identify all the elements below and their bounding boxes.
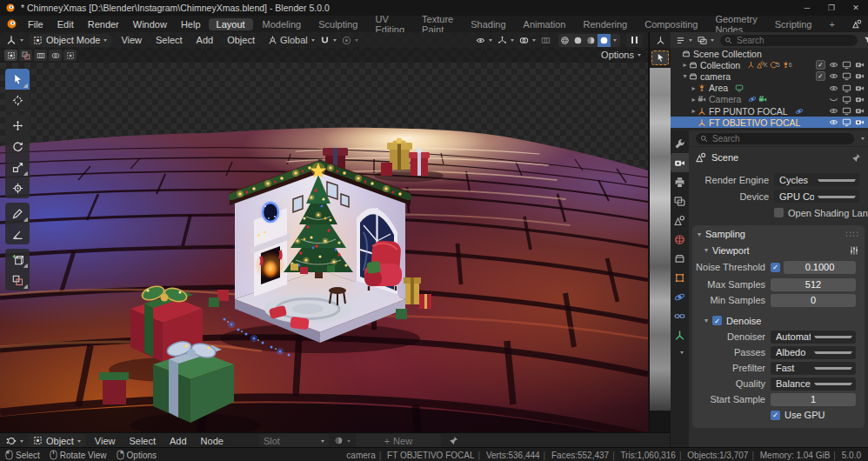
properties-tab-render[interactable] xyxy=(671,153,689,172)
tabs-overflow-chevron[interactable] xyxy=(680,351,684,356)
snap-toggle[interactable] xyxy=(317,34,339,47)
device-dropdown[interactable]: GPU Compute xyxy=(774,190,859,203)
presets-sliders-icon[interactable] xyxy=(849,245,859,256)
secondary-active-tool[interactable] xyxy=(651,50,669,65)
workspace-tab-animation[interactable]: Animation xyxy=(516,18,574,30)
viewport-3d[interactable]: Object Mode View Select Add Object Globa… xyxy=(0,32,648,432)
properties-tab-physics[interactable] xyxy=(671,287,689,306)
outliner-editor-type-button[interactable] xyxy=(673,34,695,47)
disable-viewport-icon[interactable] xyxy=(842,117,851,127)
overlays-toggle[interactable] xyxy=(517,34,538,47)
select-mode-extend-button[interactable] xyxy=(19,50,32,61)
hide-eye-icon[interactable] xyxy=(829,60,838,70)
workspace-tab-compositing[interactable]: Compositing xyxy=(637,18,705,30)
panel-grip-icon[interactable]: ∷∷ xyxy=(845,229,859,240)
outliner-row-camera[interactable]: ▸ Camera xyxy=(671,94,868,105)
workspace-tab-layout[interactable]: Layout xyxy=(209,18,253,30)
scene-selector[interactable]: Scene ✕ xyxy=(852,18,868,30)
workspace-tab-rendering[interactable]: Rendering xyxy=(575,18,635,30)
use-gpu-checkbox[interactable]: ✓ xyxy=(771,411,780,420)
outliner-row-area[interactable]: ▸ Area xyxy=(671,83,868,94)
scene-wreath[interactable] xyxy=(258,200,283,224)
shader-menu-node[interactable]: Node xyxy=(194,436,230,446)
hide-eye-icon[interactable] xyxy=(829,71,838,81)
menu-render[interactable]: Render xyxy=(81,19,126,30)
outliner-search-input[interactable] xyxy=(735,35,853,46)
secondary-viewport[interactable] xyxy=(649,32,671,432)
workspace-tab-scripting[interactable]: Scripting xyxy=(767,18,820,30)
outliner-row-ft-objetivo-focal[interactable]: FT OBJETIVO FOCAL xyxy=(671,117,868,128)
denoise-subpanel-header[interactable]: ▾ ✓ Denoise xyxy=(692,312,865,329)
render-engine-dropdown[interactable]: Cycles xyxy=(774,173,859,186)
disable-render-icon[interactable] xyxy=(855,60,865,70)
workspace-tab-sculpting[interactable]: Sculpting xyxy=(310,18,365,30)
outliner-row-collection[interactable]: ▸ Collection K 5 6 ✓ xyxy=(671,59,868,70)
shading-material-button[interactable] xyxy=(584,34,598,47)
object-visibility-dropdown[interactable] xyxy=(473,34,495,47)
workspace-tab-shading[interactable]: Shading xyxy=(463,18,513,30)
pin-icon[interactable] xyxy=(449,436,458,445)
workspace-tab-modeling[interactable]: Modeling xyxy=(255,18,310,30)
properties-search-input[interactable] xyxy=(711,133,850,144)
scene-object-gift-small[interactable] xyxy=(103,377,126,404)
disable-render-icon[interactable] xyxy=(855,84,865,93)
properties-tab-object[interactable] xyxy=(671,268,689,287)
osl-checkbox[interactable] xyxy=(774,208,784,217)
noise-threshold-checkbox[interactable]: ✓ xyxy=(771,263,780,272)
xray-toggle[interactable] xyxy=(538,34,553,47)
menu-window[interactable]: Window xyxy=(126,19,174,30)
sampling-panel-header[interactable]: ▾Sampling ∷∷ xyxy=(692,225,865,243)
tool-scale[interactable] xyxy=(5,157,30,177)
shader-editor-type-button[interactable] xyxy=(3,434,26,447)
viewport-menu-object[interactable]: Object xyxy=(220,35,262,45)
menu-edit[interactable]: Edit xyxy=(50,19,81,30)
noise-threshold-field[interactable]: 0.1000 xyxy=(784,261,856,274)
select-mode-subtract-button[interactable] xyxy=(34,50,47,61)
shading-options-dropdown[interactable] xyxy=(611,34,620,47)
menu-file[interactable]: File xyxy=(21,19,50,30)
disable-viewport-icon[interactable] xyxy=(842,71,851,81)
hide-eye-icon[interactable] xyxy=(829,117,838,127)
prefilter-dropdown[interactable]: Fast xyxy=(771,362,856,375)
properties-tab-scene[interactable] xyxy=(671,210,689,230)
tool-measure[interactable] xyxy=(5,224,30,244)
properties-tab-object-data[interactable] xyxy=(671,325,689,344)
tool-duplicate[interactable] xyxy=(5,270,30,291)
disable-viewport-icon[interactable] xyxy=(842,95,851,104)
properties-tab-tool[interactable] xyxy=(671,134,689,153)
outliner-filter-button[interactable] xyxy=(861,34,868,47)
transform-orientation-dropdown[interactable]: Global xyxy=(265,34,317,47)
hide-eye-icon[interactable] xyxy=(829,84,838,93)
shader-mode-dropdown[interactable]: Object xyxy=(29,434,85,447)
new-material-button[interactable]: +New xyxy=(356,434,441,447)
add-workspace-button[interactable]: + xyxy=(821,18,842,30)
disable-render-icon[interactable] xyxy=(855,71,865,81)
disable-render-icon[interactable] xyxy=(855,117,865,127)
blender-menu-icon[interactable] xyxy=(6,18,17,30)
maximize-button[interactable]: ❐ xyxy=(819,0,844,16)
editor-type-button[interactable] xyxy=(3,34,26,47)
select-mode-new-button[interactable] xyxy=(4,50,17,61)
properties-tab-collection[interactable] xyxy=(671,249,689,268)
select-mode-invert-button[interactable] xyxy=(49,50,62,61)
tool-add-cube[interactable] xyxy=(5,249,30,270)
properties-options-chevron[interactable] xyxy=(861,137,865,142)
denoiser-dropdown[interactable]: Automatic xyxy=(771,331,856,344)
properties-search[interactable] xyxy=(696,133,854,144)
shading-wireframe-button[interactable] xyxy=(558,34,571,47)
tool-move[interactable] xyxy=(5,115,30,136)
select-mode-intersect-button[interactable] xyxy=(63,50,77,61)
proportional-editing-toggle[interactable] xyxy=(339,34,361,47)
tool-annotate[interactable] xyxy=(5,203,30,224)
mode-dropdown[interactable]: Object Mode xyxy=(29,34,111,47)
viewport-menu-select[interactable]: Select xyxy=(149,35,190,45)
disable-render-icon[interactable] xyxy=(855,95,865,104)
gizmos-toggle[interactable] xyxy=(495,34,517,47)
secondary-viewport-header[interactable] xyxy=(650,32,671,48)
shading-rendered-button[interactable] xyxy=(598,34,611,47)
properties-tab-constraints[interactable] xyxy=(671,306,689,325)
slot-dropdown[interactable]: Slot xyxy=(259,434,329,447)
passes-dropdown[interactable]: Albedo xyxy=(771,346,856,359)
pause-render-button[interactable] xyxy=(626,34,644,47)
pin-icon[interactable] xyxy=(851,153,861,163)
